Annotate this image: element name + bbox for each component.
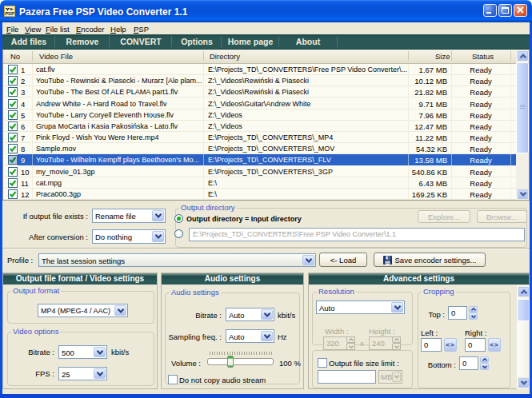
svg-text:PSP: PSP xyxy=(5,11,14,16)
